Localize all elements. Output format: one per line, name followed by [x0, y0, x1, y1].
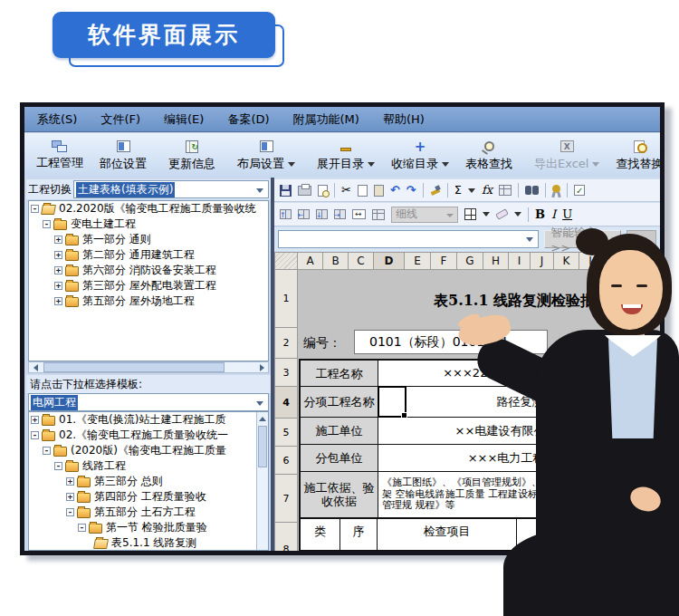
- row-label[interactable]: 分包单位: [301, 445, 378, 471]
- expand-expander-icon[interactable]: [31, 416, 39, 424]
- menu-record[interactable]: 备案(D): [227, 111, 269, 128]
- chevron-down-icon[interactable]: [256, 188, 263, 193]
- collapse-expander-icon[interactable]: [43, 220, 51, 228]
- row-header[interactable]: 2: [274, 328, 298, 359]
- collapse-expander-icon[interactable]: [66, 508, 74, 516]
- tree-item[interactable]: 第二部分 通用建筑工程: [29, 247, 268, 263]
- layout-settings-button[interactable]: 布局设置: [229, 135, 303, 176]
- sum-icon[interactable]: Σ: [454, 183, 462, 197]
- row-header[interactable]: 8: [274, 523, 298, 551]
- select-all-corner[interactable]: [274, 252, 298, 270]
- menu-help[interactable]: 帮助(H): [383, 111, 425, 128]
- italic-button[interactable]: I: [551, 207, 556, 222]
- collapse-catalog-button[interactable]: + 收缩目录: [383, 135, 457, 176]
- chevron-down-icon[interactable]: [288, 162, 295, 167]
- row-header[interactable]: 1: [274, 270, 298, 328]
- menu-edit[interactable]: 编辑(E): [164, 111, 204, 128]
- row-label[interactable]: 施工依据、验 收依据: [301, 472, 378, 517]
- horizontal-scrollbar[interactable]: [28, 361, 269, 373]
- underline-button[interactable]: U: [562, 207, 572, 222]
- chevron-down-icon[interactable]: [442, 162, 449, 167]
- expand-expander-icon[interactable]: [54, 266, 62, 274]
- collapse-expander-icon[interactable]: [43, 447, 51, 455]
- vertical-scrollbar[interactable]: [256, 412, 268, 550]
- chevron-down-icon[interactable]: [514, 212, 521, 217]
- function-icon[interactable]: fx: [482, 183, 493, 197]
- copy-icon[interactable]: [358, 185, 368, 197]
- scrollbar-thumb[interactable]: [258, 426, 267, 467]
- row-header[interactable]: 6: [274, 447, 298, 475]
- export-excel-button[interactable]: X 导出Excel: [526, 135, 607, 176]
- row-label[interactable]: 工程名称: [301, 361, 378, 386]
- chevron-down-icon[interactable]: [368, 162, 375, 167]
- tree-item[interactable]: 第一部分 通则: [29, 232, 268, 247]
- checkbox-icon[interactable]: ✓: [574, 185, 585, 196]
- row-header[interactable]: 4: [274, 387, 298, 419]
- table-search-button[interactable]: 表格查找: [457, 135, 521, 176]
- selected-cell[interactable]: [378, 386, 406, 418]
- tree-item[interactable]: 第一节 检验批质量验: [29, 520, 268, 535]
- column-header[interactable]: D: [374, 252, 405, 270]
- borders-icon[interactable]: [464, 208, 476, 220]
- chevron-down-icon[interactable]: [468, 188, 475, 193]
- stamp-icon[interactable]: [552, 185, 560, 193]
- tree-item[interactable]: 第五部分 土石方工程: [29, 505, 268, 520]
- tree-item[interactable]: 第三部分 屋外配电装置工程: [29, 278, 268, 294]
- part-settings-button[interactable]: 部位设置: [91, 135, 155, 176]
- row-label[interactable]: 施工单位: [301, 418, 378, 444]
- tree-item[interactable]: 第四部分 工程质量验收: [29, 489, 268, 505]
- insert-row-icon[interactable]: ↑: [280, 209, 292, 219]
- collapse-expander-icon[interactable]: [54, 462, 62, 470]
- tree-item[interactable]: (2020版)《输变电工程施工质量: [29, 443, 268, 458]
- scrollbar-thumb[interactable]: [43, 362, 225, 372]
- expand-expander-icon[interactable]: [54, 236, 62, 244]
- undo-icon[interactable]: ↶: [390, 183, 400, 197]
- cut-icon[interactable]: ✂: [341, 183, 351, 197]
- template-combo[interactable]: 电网工程: [28, 393, 269, 411]
- tree-item[interactable]: 第六部分 消防设备安装工程: [29, 263, 268, 278]
- scroll-left-icon[interactable]: [29, 362, 42, 372]
- column-header[interactable]: A: [298, 252, 323, 270]
- line-style-combo[interactable]: 细线: [391, 207, 458, 223]
- expand-catalog-button[interactable]: 展开目录: [309, 135, 383, 176]
- row-header[interactable]: 3: [274, 359, 298, 387]
- delete-col-icon[interactable]: →: [334, 209, 346, 219]
- tree-item[interactable]: 变电土建工程: [29, 217, 268, 232]
- find-replace-button[interactable]: 查找替换: [607, 135, 660, 176]
- formula-table-icon[interactable]: [499, 185, 512, 196]
- column-header[interactable]: C: [349, 252, 374, 270]
- print-preview-icon[interactable]: [318, 185, 328, 197]
- expand-expander-icon[interactable]: [66, 493, 74, 501]
- redo-icon[interactable]: ↷: [406, 183, 416, 197]
- expand-expander-icon[interactable]: [54, 297, 62, 305]
- table-grid-icon[interactable]: [372, 209, 385, 220]
- chevron-down-icon[interactable]: [256, 401, 263, 406]
- row-header[interactable]: 7: [274, 475, 298, 523]
- collapse-expander-icon[interactable]: [78, 524, 86, 532]
- expand-expander-icon[interactable]: [66, 477, 74, 486]
- menu-file[interactable]: 文件(F): [100, 111, 140, 128]
- scroll-up-icon[interactable]: [257, 412, 268, 425]
- format-brush-icon[interactable]: [430, 185, 441, 196]
- row-label[interactable]: 分项工程名称: [301, 387, 378, 417]
- scroll-right-icon[interactable]: [255, 362, 268, 372]
- chevron-down-icon[interactable]: [483, 212, 490, 217]
- expand-expander-icon[interactable]: [54, 251, 62, 259]
- tree-item[interactable]: 01.《变电(换流)站土建工程施工质: [29, 412, 268, 428]
- collapse-expander-icon[interactable]: [31, 205, 39, 213]
- tree-item[interactable]: 表5.1.1 线路复测: [29, 535, 268, 551]
- header-cell[interactable]: 序: [340, 519, 378, 550]
- insert-col-icon[interactable]: ←: [298, 209, 310, 219]
- bold-button[interactable]: B: [535, 207, 545, 222]
- tree-item[interactable]: 第五部分 屋外场地工程: [29, 294, 268, 309]
- merge-cells-icon[interactable]: [352, 209, 366, 219]
- update-info-button[interactable]: 更新信息: [160, 135, 224, 176]
- save-icon[interactable]: [280, 185, 292, 197]
- tree-item[interactable]: 02.《输变电工程施工质量验收统一: [29, 428, 268, 443]
- column-header[interactable]: E: [405, 252, 431, 270]
- delete-row-icon[interactable]: ↓: [316, 209, 328, 219]
- header-cell[interactable]: 类: [301, 519, 340, 550]
- menu-system[interactable]: 系统(S): [37, 111, 77, 128]
- paste-icon[interactable]: [374, 185, 384, 197]
- tree-item[interactable]: 线路工程: [29, 458, 268, 474]
